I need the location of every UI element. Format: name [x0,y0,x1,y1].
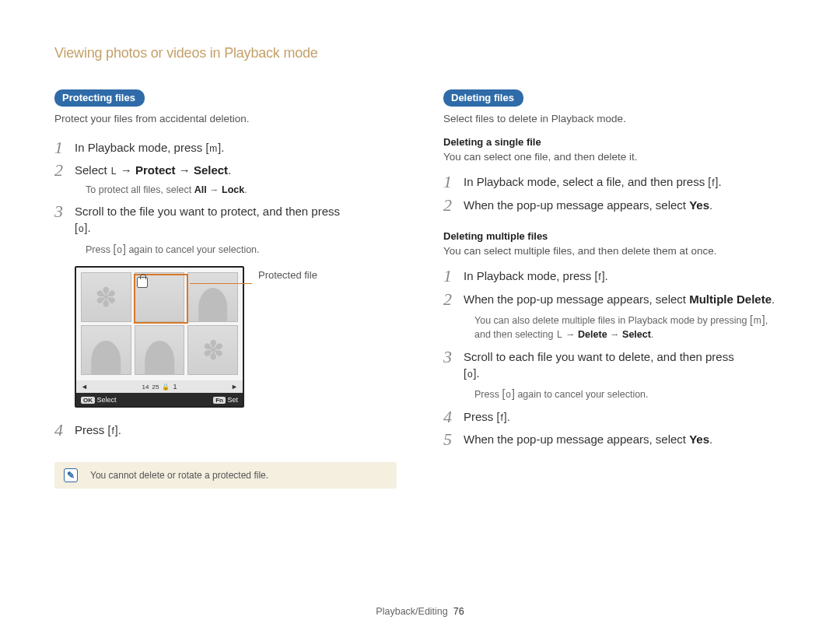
thumb: ✽ [187,325,238,375]
camera-screenshot: ✽ ✽ ◄ 14 25 🔒 [75,266,244,408]
protected-file-callout: Protected file [258,269,317,281]
lock-icon [137,277,148,288]
two-column-layout: Protecting files Protect your files from… [54,89,786,489]
callout-leader-line [190,283,252,284]
delete-multi-step-4: Press f. [443,405,786,429]
delete-multi-step-3-sub: Press o again to cancel your selection. [443,384,786,405]
delete-multi-steps-cont: Scroll to each ﬁle you want to delete, a… [443,345,786,385]
ok-button-icon: o [113,241,125,257]
file-options-icon: L [110,166,117,177]
protect-step-1: In Playback mode, press m. [54,136,397,159]
manual-page: Viewing photos or videos in Playback mod… [0,0,840,489]
right-column: Deleting files Select files to delete in… [443,89,786,489]
flower-icon: ✽ [82,273,131,321]
thumbnail-grid: ✽ ✽ [81,272,238,375]
fn-chip: Fn [213,397,226,404]
ok-chip: OK [81,397,95,404]
delete-button-icon: f [708,175,718,191]
delete-single-subhead: Deleting a single file [443,136,786,148]
menu-button-icon: m [750,312,765,328]
note-text: You cannot delete or rotate a protected … [90,470,268,481]
delete-multi-step-2-sub: You can also delete multiple files in Pl… [443,310,786,345]
file-options-icon: L [556,329,563,340]
page-footer: Playback/Editing 76 [0,606,840,617]
person-icon [198,288,228,321]
menu-button-icon: m [205,141,221,156]
fn-button-icon: f [497,410,507,426]
protect-step-2: Select L → Protect → Select. [54,159,397,181]
protect-step-3: Scroll to the ﬁle you want to protect, a… [54,200,397,240]
delete-single-steps: In Playback mode, select a ﬁle, and then… [443,170,786,216]
protect-steps-cont: Scroll to the ﬁle you want to protect, a… [54,200,397,240]
thumb: ✽ [81,272,131,322]
page-number: 76 [453,606,464,617]
delete-multi-steps: In Playback mode, press f. When the pop-… [443,264,786,310]
ok-button-icon: o [464,366,476,382]
delete-single-text: You can select one file, and then delete… [443,149,786,165]
delete-single-step-1: In Playback mode, select a ﬁle, and then… [443,170,786,194]
protect-intro: Protect your files from accidental delet… [54,111,397,127]
thumb [81,325,131,375]
flower-icon: ✽ [188,326,237,374]
nav-left-icon: ◄ [81,383,88,391]
delete-multi-step-5: When the pop-up message appears, select … [443,428,786,450]
screenshot-footer-bar: OK Select Fn Set [76,393,243,406]
protect-steps: In Playback mode, press m. Select L → Pr… [54,136,397,182]
delete-single-step-2: When the pop-up message appears, select … [443,194,786,216]
delete-multi-step-1: In Playback mode, press f. [443,264,786,288]
protect-step-3-sub: Press o again to cancel your selection. [54,240,397,260]
delete-multi-step-2: When the pop-up message appears, select … [443,288,786,310]
page-title: Viewing photos or videos in Playback mod… [54,45,786,61]
delete-button-icon: f [594,269,604,285]
thumb [135,325,185,375]
protect-step-4: Press f. [54,419,397,442]
protect-step-2-sub: To protect all files, select All → Lock. [54,181,397,200]
note-box: ✎ You cannot delete or rotate a protecte… [54,462,397,489]
section-pill-deleting: Deleting files [443,89,523,107]
person-icon [92,341,121,374]
thumb [187,272,238,322]
screenshot-row: ✽ ✽ ◄ 14 25 🔒 [75,266,397,408]
section-pill-protecting: Protecting files [54,89,145,107]
delete-intro: Select files to delete in Playback mode. [443,111,786,127]
note-icon: ✎ [64,468,78,482]
ok-button-icon: o [502,386,514,401]
footer-section: Playback/Editing [376,606,447,617]
ok-button-icon: o [75,221,87,236]
left-column: Protecting files Protect your files from… [54,89,397,489]
person-icon [145,341,174,374]
fn-button-icon: f [108,423,118,439]
screenshot-info-bar: ◄ 14 25 🔒 1 ► [76,380,243,393]
delete-multi-steps-end: Press f. When the pop-up message appears… [443,405,786,451]
delete-multi-subhead: Deleting multiple files [443,230,786,242]
nav-right-icon: ► [231,383,238,391]
lock-indicator-icon: 🔒 [162,384,170,391]
delete-multi-text: You can select multiple files, and then … [443,243,786,259]
protect-steps-end: Press f. [54,419,397,442]
delete-multi-step-3: Scroll to each ﬁle you want to delete, a… [443,345,786,385]
